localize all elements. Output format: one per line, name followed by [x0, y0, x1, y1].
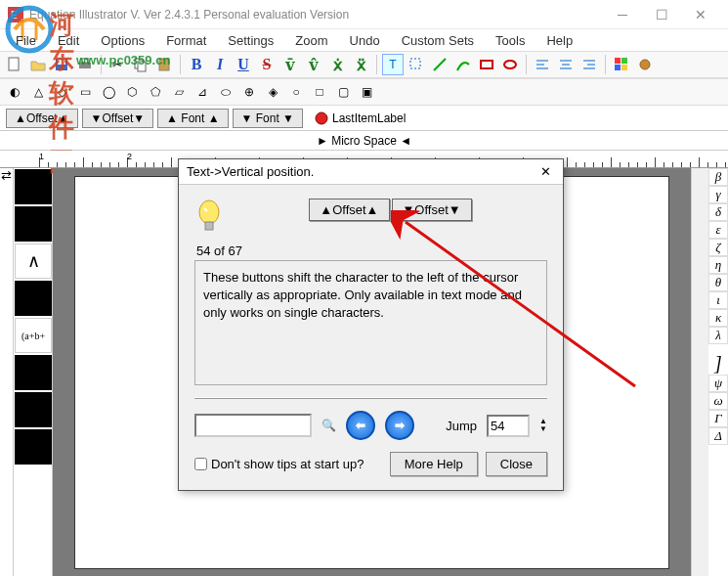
dot-icon[interactable]: ẋ — [326, 54, 348, 75]
line-icon[interactable] — [429, 54, 450, 75]
shape-9-icon[interactable]: ⊿ — [192, 81, 213, 103]
hat-icon[interactable]: v̂ — [303, 54, 324, 75]
jump-input[interactable] — [487, 415, 530, 437]
cut-icon[interactable]: ✂ — [107, 54, 128, 75]
minimize-button[interactable]: ─ — [603, 1, 642, 28]
greek-letter[interactable]: η — [708, 256, 728, 274]
micro-space-bar[interactable]: ► Micro Space ◄ — [0, 131, 728, 151]
italic-icon[interactable]: I — [209, 54, 231, 75]
shape-15-icon[interactable]: ▢ — [332, 81, 354, 103]
menu-edit[interactable]: Edit — [48, 31, 89, 50]
dialog-offset-down-button[interactable]: ▼Offset▼ — [392, 199, 472, 221]
greek-letter[interactable]: κ — [708, 309, 728, 327]
dont-show-checkbox[interactable]: Don't show tips at start up? — [194, 457, 382, 471]
menu-settings[interactable]: Settings — [218, 31, 283, 50]
dialog-offset-up-button[interactable]: ▲Offset▲ — [309, 199, 389, 221]
palette-item[interactable] — [15, 281, 52, 316]
font-down-button[interactable]: ▼ Font ▼ — [233, 109, 303, 128]
greek-letter[interactable]: γ — [708, 186, 728, 203]
greek-letter[interactable]: β — [708, 168, 728, 186]
palette-item[interactable] — [15, 429, 52, 465]
svg-rect-28 — [615, 65, 621, 70]
palette-item[interactable] — [15, 392, 52, 427]
select-icon[interactable] — [406, 54, 427, 75]
shape-2-icon[interactable]: △ — [27, 81, 49, 103]
vector-icon[interactable]: v̄ — [279, 54, 301, 75]
close-button[interactable]: ✕ — [681, 1, 720, 28]
print-icon[interactable] — [74, 54, 96, 75]
menu-undo[interactable]: Undo — [340, 31, 390, 50]
greek-letter[interactable]: ω — [708, 392, 728, 410]
shape-11-icon[interactable]: ⊕ — [238, 81, 260, 103]
search-icon[interactable]: 🔍 — [321, 419, 336, 432]
greek-letter[interactable]: λ — [708, 327, 728, 344]
menu-help[interactable]: Help — [536, 31, 582, 50]
shape-7-icon[interactable]: ⬠ — [145, 81, 166, 103]
offset-down-button[interactable]: ▼Offset▼ — [82, 109, 154, 128]
settings-icon[interactable] — [634, 54, 656, 75]
save-icon[interactable] — [51, 54, 72, 75]
menu-format[interactable]: Format — [156, 31, 216, 50]
search-input[interactable] — [194, 414, 312, 437]
rect-icon[interactable] — [476, 54, 497, 75]
offset-up-button[interactable]: ▲Offset▲ — [6, 109, 78, 128]
align-right-icon[interactable] — [578, 54, 600, 75]
shapes-toolbar: ◐ △ ◇ ▭ ◯ ⬡ ⬠ ▱ ⊿ ⬭ ⊕ ◈ ○ □ ▢ ▣ — [0, 78, 728, 106]
menu-file[interactable]: File — [6, 31, 46, 50]
new-icon[interactable] — [4, 54, 25, 75]
shape-12-icon[interactable]: ◈ — [262, 81, 283, 103]
greek-letter[interactable]: ψ — [708, 375, 728, 392]
dont-show-checkbox-input[interactable] — [194, 458, 207, 470]
jump-down-icon[interactable]: ▼ — [539, 425, 547, 433]
dialog-close-button[interactable]: ✕ — [535, 164, 555, 179]
shape-1-icon[interactable]: ◐ — [4, 81, 25, 103]
shape-3-icon[interactable]: ◇ — [51, 81, 72, 103]
greek-letter[interactable]: ζ — [708, 239, 728, 256]
align-center-icon[interactable] — [555, 54, 577, 75]
menu-zoom[interactable]: Zoom — [285, 31, 337, 50]
curve-icon[interactable] — [452, 54, 474, 75]
ddot-icon[interactable]: ẍ — [350, 54, 371, 75]
close-button[interactable]: Close — [486, 452, 547, 476]
color-icon[interactable] — [611, 54, 632, 75]
font-up-button[interactable]: ▲ Font ▲ — [157, 109, 228, 128]
menu-tools[interactable]: Tools — [486, 31, 535, 50]
vertical-scrollbar[interactable] — [691, 168, 708, 576]
shape-13-icon[interactable]: ○ — [285, 81, 307, 103]
greek-letter[interactable]: ι — [708, 291, 728, 309]
text-tool-icon[interactable]: T — [382, 54, 404, 75]
greek-letter[interactable]: Δ — [708, 427, 728, 445]
palette-item[interactable] — [15, 206, 52, 242]
shape-10-icon[interactable]: ⬭ — [215, 81, 236, 103]
next-tip-button[interactable]: ➡ — [385, 411, 414, 440]
shape-8-icon[interactable]: ▱ — [168, 81, 190, 103]
greek-letter[interactable]: ε — [708, 221, 728, 239]
menu-custom-sets[interactable]: Custom Sets — [392, 31, 484, 50]
palette-item[interactable] — [15, 169, 52, 204]
prev-tip-button[interactable]: ⬅ — [346, 411, 375, 440]
maximize-button[interactable]: ☐ — [642, 1, 681, 28]
greek-letter[interactable]: θ — [708, 274, 728, 291]
bold-icon[interactable]: B — [186, 54, 207, 75]
palette-item[interactable]: (a+b+ — [15, 318, 52, 353]
copy-icon[interactable] — [130, 54, 151, 75]
shape-16-icon[interactable]: ▣ — [356, 81, 377, 103]
bracket-symbol[interactable]: ] — [708, 352, 728, 375]
strike-icon[interactable]: S — [256, 54, 278, 75]
paste-icon[interactable] — [153, 54, 175, 75]
palette-item[interactable] — [15, 355, 52, 390]
shape-14-icon[interactable]: □ — [309, 81, 330, 103]
greek-letter[interactable]: δ — [708, 203, 728, 221]
shape-6-icon[interactable]: ⬡ — [121, 81, 143, 103]
ellipse-icon[interactable] — [499, 54, 521, 75]
shape-5-icon[interactable]: ◯ — [98, 81, 119, 103]
open-icon[interactable] — [27, 54, 49, 75]
more-help-button[interactable]: More Help — [390, 452, 478, 476]
align-left-icon[interactable] — [532, 54, 553, 75]
underline-icon[interactable]: U — [233, 54, 254, 75]
palette-item[interactable]: ∧ — [15, 244, 52, 279]
greek-letter[interactable]: Γ — [708, 410, 728, 427]
shape-4-icon[interactable]: ▭ — [74, 81, 96, 103]
menu-options[interactable]: Options — [91, 31, 154, 50]
titlebar: E Equation Illustrator V. Ver 2.4.3.1 Pe… — [0, 0, 728, 29]
